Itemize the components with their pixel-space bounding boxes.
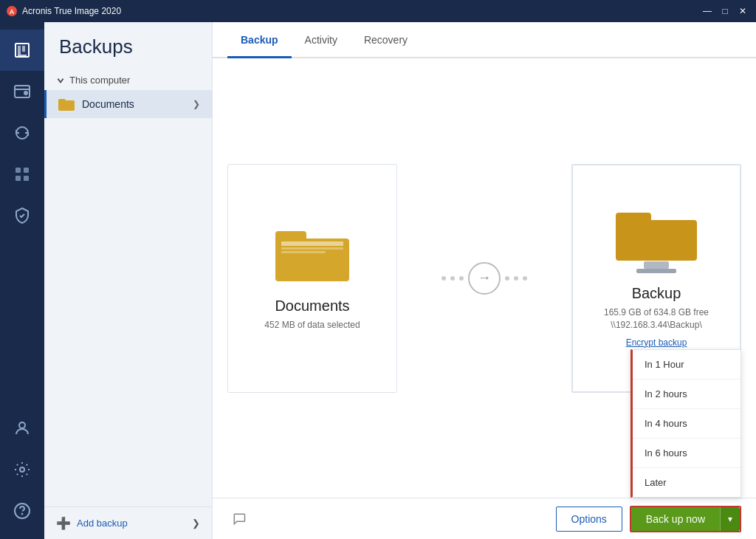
documents-folder-svg (275, 225, 349, 284)
svg-point-15 (22, 514, 23, 515)
svg-point-13 (20, 467, 24, 472)
dashboard-icon (13, 165, 31, 183)
comment-icon (232, 512, 247, 526)
source-card[interactable]: Documents 452 MB of data selected (227, 164, 397, 393)
backup-list-item-documents[interactable]: Documents ❯ (44, 90, 212, 118)
encrypt-backup-link[interactable]: Encrypt backup (626, 337, 687, 348)
backup-schedule-dropdown: In 1 Hour In 2 hours In 4 hours In 6 hou… (630, 349, 741, 498)
sync-icon (13, 124, 31, 142)
source-card-subtitle: 452 MB of data selected (264, 319, 360, 332)
computer-section: This computer Documents ❯ (44, 66, 212, 123)
source-card-title: Documents (275, 298, 349, 315)
destination-card-line1: 165.9 GB of 634.8 GB free (604, 306, 709, 319)
svg-text:A: A (10, 8, 15, 16)
minimize-button[interactable]: — (700, 4, 715, 18)
dropdown-item-4hours[interactable]: In 4 hours (633, 409, 740, 439)
help-icon (13, 502, 31, 520)
svg-rect-24 (616, 220, 697, 261)
dot-left-3 (459, 276, 464, 281)
sidebar-item-help[interactable] (0, 490, 44, 532)
tabs: Backup Activity Recovery (213, 22, 756, 58)
app-title: Acronis True Image 2020 (22, 6, 700, 16)
sidebar-item-sync[interactable] (0, 112, 44, 154)
dropdown-item-later[interactable]: Later (633, 468, 740, 497)
add-backup-button[interactable]: ➕ Add backup ❯ (44, 507, 212, 539)
destination-card-title: Backup (632, 285, 681, 302)
sidebar-item-backup[interactable] (0, 30, 44, 71)
dropdown-item-6hours[interactable]: In 6 hours (633, 439, 740, 468)
add-backup-label: Add backup (77, 518, 128, 529)
svg-point-12 (19, 422, 25, 428)
backup-dropdown-button[interactable]: ▾ (720, 507, 740, 531)
svg-rect-3 (18, 46, 21, 55)
svg-rect-4 (22, 46, 25, 52)
sidebar-item-settings[interactable] (0, 449, 44, 490)
svg-rect-10 (16, 176, 21, 181)
plus-icon: ➕ (56, 516, 71, 530)
window-controls: — □ ✕ (700, 4, 750, 18)
close-button[interactable]: ✕ (735, 4, 750, 18)
svg-point-7 (24, 92, 27, 95)
tab-backup[interactable]: Backup (227, 22, 292, 58)
arrow-connector: → (441, 262, 527, 295)
options-button[interactable]: Options (556, 507, 622, 532)
backup-item-chevron-icon: ❯ (193, 99, 200, 109)
add-backup-chevron-icon: ❯ (192, 518, 200, 529)
dot-left-1 (441, 276, 446, 281)
app-body: Backups This computer Documents ❯ (0, 22, 756, 539)
svg-rect-21 (281, 247, 343, 250)
bottom-bar: Options Back up now ▾ In 1 Hour In 2 hou… (213, 498, 756, 539)
settings-icon (13, 461, 31, 478)
tab-recovery[interactable]: Recovery (351, 22, 421, 58)
svg-rect-22 (281, 251, 326, 253)
left-panel: Backups This computer Documents ❯ (44, 22, 213, 539)
icon-sidebar (0, 22, 44, 539)
sidebar-item-dashboard[interactable] (0, 154, 44, 195)
backup-now-group: Back up now ▾ (630, 506, 741, 532)
svg-rect-11 (24, 176, 29, 181)
chevron-down-icon (56, 76, 65, 85)
main-content: Backup Activity Recovery (213, 22, 756, 539)
dot-right-3 (523, 276, 527, 281)
backup-item-name: Documents (82, 98, 134, 110)
dot-left-2 (450, 276, 455, 281)
destination-folder-icon (616, 208, 697, 275)
svg-rect-20 (281, 241, 343, 246)
destination-card-line2: \\192.168.3.44\Backup\ (611, 319, 701, 332)
maximize-button[interactable]: □ (718, 4, 732, 18)
dot-right-1 (505, 276, 509, 281)
comment-button[interactable] (227, 507, 251, 531)
panel-title: Backups (44, 22, 212, 66)
disk-icon (13, 83, 31, 100)
sidebar-item-account[interactable] (0, 408, 44, 449)
svg-rect-26 (636, 269, 676, 273)
sidebar-item-security[interactable] (0, 195, 44, 236)
backup-now-button[interactable]: Back up now (631, 507, 720, 531)
dot-right-2 (514, 276, 518, 281)
computer-section-label[interactable]: This computer (44, 70, 212, 90)
dropdown-item-2hours[interactable]: In 2 hours (633, 380, 740, 409)
shield-icon (13, 207, 31, 224)
svg-rect-25 (644, 261, 669, 269)
svg-rect-8 (16, 168, 21, 173)
this-computer-label: This computer (69, 75, 130, 86)
sidebar-item-disk[interactable] (0, 71, 44, 112)
arrow-circle: → (468, 262, 501, 295)
folder-small-icon (58, 97, 75, 111)
app-icon: A (6, 5, 18, 17)
tab-activity[interactable]: Activity (292, 22, 351, 58)
source-folder-icon (275, 225, 349, 284)
account-icon (13, 419, 31, 437)
svg-rect-9 (24, 168, 29, 173)
network-folder-svg (616, 208, 697, 275)
backup-icon (13, 41, 31, 59)
dropdown-item-1hour[interactable]: In 1 Hour (633, 350, 740, 380)
svg-rect-17 (58, 99, 66, 103)
titlebar: A Acronis True Image 2020 — □ ✕ (0, 0, 756, 22)
